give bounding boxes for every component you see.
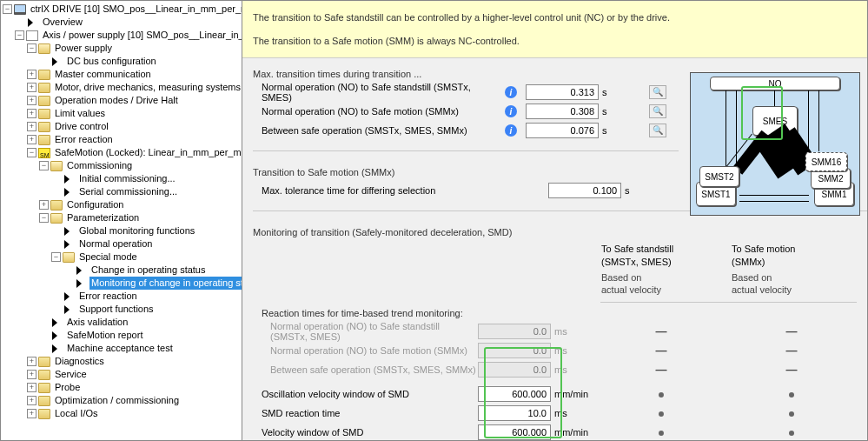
info-icon[interactable]: i bbox=[505, 124, 517, 137]
param-label: Velocity window of SMD bbox=[262, 427, 478, 438]
arrow-icon bbox=[50, 331, 63, 341]
tree-label: Support functions bbox=[77, 303, 156, 316]
tree-item-support[interactable]: Support functions bbox=[3, 303, 242, 316]
tree-item-power-supply[interactable]: −Power supply bbox=[3, 42, 242, 55]
param-label: Normal operation (NO) to Safe motion (SM… bbox=[262, 106, 501, 117]
tree-label: Global monitoring functions bbox=[77, 224, 196, 237]
tree-item-sm-report[interactable]: SafeMotion report bbox=[3, 329, 242, 342]
tree-item-change-op[interactable]: Change in operating status bbox=[3, 264, 242, 277]
input-trans2[interactable] bbox=[526, 104, 599, 119]
input-tolerance[interactable] bbox=[548, 183, 621, 198]
expand-icon[interactable]: + bbox=[27, 122, 36, 131]
input-vel-window[interactable] bbox=[478, 424, 551, 440]
collapse-icon[interactable]: − bbox=[51, 252, 61, 262]
collapse-icon[interactable]: − bbox=[27, 43, 36, 53]
unit-label: mm/min bbox=[551, 389, 596, 399]
tree-item-global-mon[interactable]: Global monitoring functions bbox=[3, 224, 242, 237]
folder-icon bbox=[38, 396, 50, 406]
expand-icon[interactable]: + bbox=[27, 357, 36, 366]
folder-icon bbox=[50, 200, 63, 210]
row-osc-window: Oscillation velocity window of SMD mm/mi… bbox=[262, 384, 857, 404]
expand-icon[interactable]: + bbox=[27, 383, 36, 392]
sub-heading: Reaction times for time-based trend moni… bbox=[262, 308, 857, 318]
tree-item-parameterization[interactable]: −Parameterization bbox=[3, 211, 242, 224]
banner-line: The transition to a Safe motion (SMM) is… bbox=[253, 33, 857, 50]
folder-icon bbox=[38, 83, 50, 93]
tree-item-motor[interactable]: +Motor, drive mechanics, measuring syste… bbox=[3, 81, 242, 94]
param-label: Max. tolerance time for differing select… bbox=[262, 185, 527, 196]
param-label: Normal operation (NO) to Safe standstill… bbox=[262, 82, 501, 103]
input-osc-window[interactable] bbox=[478, 386, 551, 402]
tree-label: Service bbox=[53, 368, 89, 381]
unit-label: mm/min bbox=[551, 427, 596, 438]
tree-item-err-react[interactable]: Error reaction bbox=[3, 290, 242, 303]
navigation-tree[interactable]: −ctrlX DRIVE [10] SMO_pos__Linear_in_mm_… bbox=[1, 1, 242, 440]
tree-item-drive-ctrl[interactable]: +Drive control bbox=[3, 120, 242, 133]
tree-item-service[interactable]: +Service bbox=[3, 368, 242, 381]
expand-icon[interactable]: + bbox=[27, 83, 36, 92]
row-trans-no-sst: Normal operation (NO) to Safe standstill… bbox=[262, 83, 666, 102]
tree-item-probe[interactable]: +Probe bbox=[3, 381, 242, 394]
tree-label-selected: Monitoring of change in operating status bbox=[89, 277, 242, 290]
tree-item-machine-test[interactable]: Machine acceptance test bbox=[3, 342, 242, 355]
lookup-button[interactable]: 🔍 bbox=[649, 85, 666, 99]
dot-icon bbox=[659, 411, 664, 417]
input-react1 bbox=[478, 324, 551, 339]
tree-item-master-comm[interactable]: +Master communication bbox=[3, 68, 242, 81]
tree-item-diagnostics[interactable]: +Diagnostics bbox=[3, 355, 242, 368]
tree-item-error-reaction[interactable]: +Error reaction bbox=[3, 133, 242, 146]
collapse-icon[interactable]: − bbox=[3, 4, 12, 14]
axis-icon bbox=[26, 30, 38, 41]
tree-item-axis[interactable]: −Axis / power supply [10] SMO_pos__Linea… bbox=[3, 29, 242, 42]
dot-icon bbox=[789, 431, 794, 436]
tree-item-opmodes[interactable]: +Operation modes / Drive Halt bbox=[3, 94, 242, 107]
safemotion-icon bbox=[38, 148, 50, 158]
collapse-icon[interactable]: − bbox=[15, 30, 24, 40]
tree-item-mon-change-op[interactable]: Monitoring of change in operating status bbox=[3, 277, 242, 290]
info-icon[interactable]: i bbox=[505, 86, 517, 98]
tree-item-optim[interactable]: +Optimization / commissioning bbox=[3, 394, 242, 407]
lookup-button[interactable]: 🔍 bbox=[649, 124, 666, 137]
tree-label: Motor, drive mechanics, measuring system… bbox=[53, 81, 242, 94]
arrow-icon bbox=[50, 344, 63, 354]
tree-item-initial-comm[interactable]: Initial commissioning... bbox=[3, 172, 242, 185]
info-icon[interactable]: i bbox=[505, 105, 517, 117]
folder-icon bbox=[38, 357, 50, 367]
tree-item-serial-comm[interactable]: Serial commissioning... bbox=[3, 185, 242, 198]
lookup-button[interactable]: 🔍 bbox=[649, 104, 666, 118]
tree-item-axis-valid[interactable]: Axis validation bbox=[3, 316, 242, 329]
expand-icon[interactable]: + bbox=[27, 370, 36, 379]
param-label: Oscillation velocity window of SMD bbox=[262, 389, 478, 399]
tree-item-configuration[interactable]: +Configuration bbox=[3, 198, 242, 211]
expand-icon[interactable]: + bbox=[27, 96, 36, 105]
tree-item-limit[interactable]: +Limit values bbox=[3, 107, 242, 120]
folder-open-icon bbox=[63, 252, 75, 263]
unit-label: s bbox=[621, 185, 666, 196]
tree-item-special-mode[interactable]: −Special mode bbox=[3, 251, 242, 264]
input-trans3[interactable] bbox=[526, 123, 599, 138]
col-safe-standstill: To Safe standstill (SMSTx, SMES) Based o… bbox=[596, 241, 726, 297]
expand-icon[interactable]: + bbox=[27, 396, 36, 405]
dot-icon bbox=[789, 411, 794, 417]
input-smd-react[interactable] bbox=[478, 405, 551, 421]
tree-item-normal-op[interactable]: Normal operation bbox=[3, 237, 242, 251]
tree-item-commissioning[interactable]: −Commissioning bbox=[3, 159, 242, 172]
tree-item-safemotion[interactable]: −SafeMotion (Locked): Linear_in_mm_per_m… bbox=[3, 146, 242, 159]
tree-label: Serial commissioning... bbox=[77, 185, 179, 198]
expand-icon[interactable]: + bbox=[27, 135, 36, 144]
tree-item-local-io[interactable]: +Local I/Os bbox=[3, 407, 242, 420]
collapse-icon[interactable]: − bbox=[39, 213, 49, 223]
collapse-icon[interactable]: − bbox=[27, 148, 36, 157]
tree-item-dc-bus[interactable]: DC bus configuration bbox=[3, 55, 242, 68]
tree-root[interactable]: −ctrlX DRIVE [10] SMO_pos__Linear_in_mm_… bbox=[3, 3, 242, 16]
row-react1: Normal operation (NO) to Safe standstill… bbox=[262, 322, 857, 341]
collapse-icon[interactable]: − bbox=[39, 161, 49, 170]
expand-icon[interactable]: + bbox=[27, 409, 36, 418]
folder-icon bbox=[38, 370, 50, 380]
param-label: SMD reaction time bbox=[262, 408, 478, 418]
expand-icon[interactable]: + bbox=[27, 109, 36, 118]
expand-icon[interactable]: + bbox=[27, 70, 36, 79]
expand-icon[interactable]: + bbox=[39, 200, 49, 210]
tree-item-overview[interactable]: Overview bbox=[3, 16, 242, 29]
input-trans1[interactable] bbox=[526, 84, 599, 100]
